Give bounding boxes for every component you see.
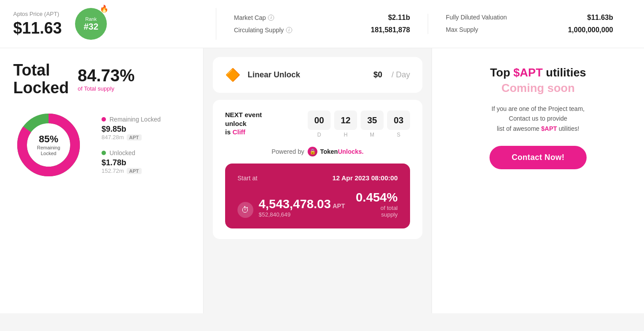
circ-supply-info-icon[interactable]: i <box>286 27 292 33</box>
market-cap-label: Market Cap i <box>234 14 274 21</box>
legend: Remaining Locked $9.85b 847.28m APT Unlo… <box>102 116 161 174</box>
top-bar: Aptos Price (APT) $11.63 Rank #32 Market… <box>0 0 644 48</box>
token-unlocks-name: TokenUnlocks. <box>320 148 364 155</box>
circ-supply-value: 181,581,878 <box>371 26 410 34</box>
unlocked-apt: 152.72m APT <box>102 167 161 174</box>
donut-sub1: Remaining <box>37 145 60 151</box>
linear-unlock-card: 🔶 Linear Unlock $0 / Day <box>213 57 422 93</box>
countdown-h-value: 12 <box>334 110 357 130</box>
event-pct-sub: of totalsupply <box>356 205 398 218</box>
token-unlocks-logo: 🔒 TokenUnlocks. <box>308 147 364 156</box>
circ-supply-label: Circulating Supply i <box>234 27 292 34</box>
rank-num: #32 <box>83 22 98 32</box>
remaining-dot <box>102 117 106 122</box>
market-cap-info-icon[interactable]: i <box>268 15 274 21</box>
percentage-value: 84.73% <box>78 66 135 85</box>
max-supply-label: Max Supply <box>446 26 478 34</box>
fdv-value: $11.63b <box>587 14 613 22</box>
unlocked-dot <box>102 151 106 155</box>
remaining-locked-legend: Remaining Locked $9.85b 847.28m APT <box>102 116 161 141</box>
event-pct-block: 0.454% of totalsupply <box>356 190 398 218</box>
donut-center-text: 85% Remaining Locked <box>37 133 60 156</box>
countdown-s-label: S <box>397 132 400 138</box>
countdown-days: 00 D <box>308 110 331 138</box>
fdv-label: Fully Diluted Valuation <box>446 14 507 22</box>
donut-chart: 85% Remaining Locked <box>13 110 84 180</box>
countdown-h-label: H <box>344 132 348 138</box>
utilities-desc: If you are one of the Project team, Cont… <box>492 104 585 133</box>
unlocked-apt-badge: APT <box>127 168 142 174</box>
right-panel: Top $APT utilities Coming soon If you ar… <box>432 48 644 313</box>
circ-supply-row: Circulating Supply i 181,581,878 <box>234 26 410 34</box>
countdown-m-value: 35 <box>361 110 384 130</box>
max-supply-row: Max Supply 1,000,000,000 <box>446 26 613 34</box>
countdown-hours: 12 H <box>334 110 357 138</box>
token-icon: 🔒 <box>308 147 317 156</box>
linear-unlock-amount: $0 <box>373 70 382 80</box>
event-amount-block: 4,543,478.03 APT $52,840,649 <box>259 197 345 218</box>
donut-pct: 85% <box>37 133 60 145</box>
remaining-apt-badge: APT <box>127 134 142 141</box>
linear-unlock-label: Linear Unlock <box>248 70 366 80</box>
cliff-label: Cliff <box>233 128 245 136</box>
rank-label: Rank <box>85 16 97 22</box>
start-date: 12 Apr 2023 08:00:00 <box>332 174 398 182</box>
remaining-label: Remaining Locked <box>109 116 161 123</box>
countdown-seconds: 03 S <box>387 110 410 138</box>
powered-by: Powered by 🔒 TokenUnlocks. <box>225 147 410 156</box>
max-supply-value: 1,000,000,000 <box>568 26 613 34</box>
next-event-card: NEXT eventunlockis Cliff 00 D 12 H 35 M <box>213 100 422 239</box>
event-usd: $52,840,649 <box>259 211 345 218</box>
event-detail-row1: Start at 12 Apr 2023 08:00:00 <box>237 174 398 182</box>
unlocked-usd: $1.78b <box>102 158 161 167</box>
next-event-label: NEXT eventunlockis Cliff <box>225 110 262 137</box>
event-detail-card: Start at 12 Apr 2023 08:00:00 ⏱ 4,543,47… <box>225 164 410 228</box>
percentage-sub: of Total supply <box>78 85 135 92</box>
market-section: Market Cap i $2.11b Circulating Supply i… <box>216 14 428 34</box>
event-icon: ⏱ <box>237 202 253 218</box>
fdv-section: Fully Diluted Valuation $11.63b Max Supp… <box>428 14 631 34</box>
price-value: $11.63 <box>13 19 62 38</box>
donut-sub2: Locked <box>37 151 60 156</box>
event-amount: 4,543,478.03 <box>259 197 331 211</box>
event-apt-label: APT <box>333 202 345 209</box>
apt-accent: $APT <box>513 66 542 79</box>
market-cap-value: $2.11b <box>388 14 410 22</box>
remaining-apt: 847.28m APT <box>102 134 161 141</box>
utilities-title: Top $APT utilities <box>490 66 586 80</box>
countdown-d-label: D <box>317 132 321 138</box>
fdv-row: Fully Diluted Valuation $11.63b <box>446 14 613 22</box>
event-detail-row2: ⏱ 4,543,478.03 APT $52,840,649 0.454% of… <box>237 190 398 218</box>
total-locked-title: TotalLocked <box>13 61 69 96</box>
market-cap-row: Market Cap i $2.11b <box>234 14 410 22</box>
left-panel: TotalLocked 84.73% of Total supply 85% R… <box>0 48 203 313</box>
center-panel: 🔶 Linear Unlock $0 / Day NEXT eventunloc… <box>204 48 431 313</box>
countdown-minutes: 35 M <box>361 110 384 138</box>
linear-unlock-icon: 🔶 <box>225 68 241 82</box>
price-section: Aptos Price (APT) $11.63 Rank #32 <box>13 8 216 40</box>
coming-soon: Coming soon <box>501 81 575 95</box>
linear-unlock-per: / Day <box>389 70 410 80</box>
percentage-block: 84.73% of Total supply <box>78 66 135 92</box>
token-unlocks-dot: . <box>362 148 364 155</box>
countdown-m-label: M <box>370 132 374 138</box>
unlocked-label: Unlocked <box>109 149 135 156</box>
total-locked-header: TotalLocked 84.73% of Total supply <box>13 61 190 96</box>
countdown-s-value: 03 <box>387 110 410 130</box>
price-label: Aptos Price (APT) <box>13 11 62 17</box>
rank-badge: Rank #32 <box>75 8 107 40</box>
next-event-header: NEXT eventunlockis Cliff 00 D 12 H 35 M <box>225 110 410 138</box>
price-block: Aptos Price (APT) $11.63 <box>13 11 62 38</box>
contact-now-button[interactable]: Contact Now! <box>490 146 587 169</box>
event-pct: 0.454% <box>356 190 398 205</box>
countdown-boxes: 00 D 12 H 35 M 03 S <box>271 110 410 138</box>
unlocked-legend: Unlocked $1.78b 152.72m APT <box>102 149 161 174</box>
main-content: TotalLocked 84.73% of Total supply 85% R… <box>0 48 644 313</box>
remaining-usd: $9.85b <box>102 125 161 134</box>
apt-inline: $APT <box>541 125 557 132</box>
chart-legend-row: 85% Remaining Locked Remaining Locked $9… <box>13 110 190 180</box>
countdown-d-value: 00 <box>308 110 331 130</box>
start-at-label: Start at <box>237 175 257 182</box>
